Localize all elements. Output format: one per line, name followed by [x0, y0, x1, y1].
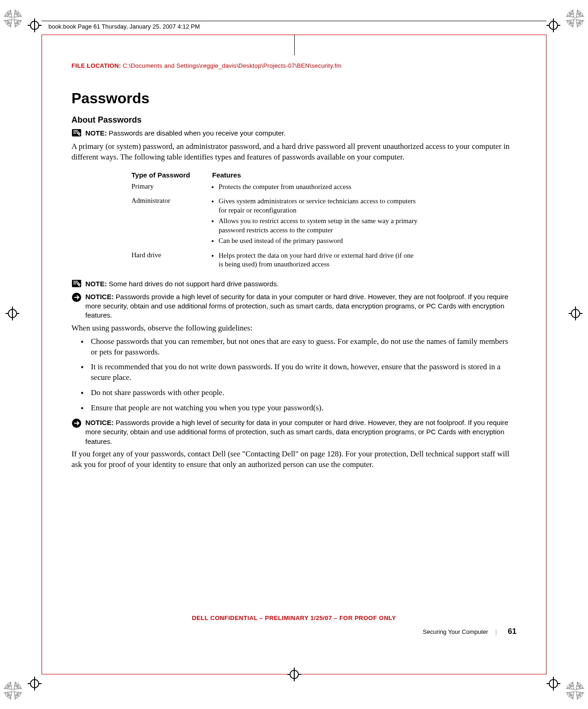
heading-2: About Passwords [71, 115, 517, 125]
password-features-cell: Helps protect the data on your hard driv… [212, 249, 420, 273]
note-icon [71, 279, 83, 290]
notice-icon [71, 418, 83, 430]
footer-confidential: DELL CONFIDENTIAL – PRELIMINARY 1/25/07 … [71, 614, 517, 621]
guideline-item: It is recommended that you do not write … [91, 362, 517, 383]
note-block: NOTE: Passwords are disabled when you re… [71, 129, 517, 139]
printer-mark-icon [4, 681, 22, 700]
body-paragraph: When using passwords, observe the follow… [71, 323, 517, 334]
feature-item: Gives system administrators or service t… [219, 197, 420, 215]
crop-mark-icon [569, 307, 582, 320]
printer-mark-icon [566, 681, 584, 700]
password-type-cell: Administrator [131, 195, 212, 249]
password-type-cell: Hard drive [131, 249, 212, 273]
footer-section-name: Securing Your Computer [423, 628, 488, 635]
crop-mark-icon [546, 677, 560, 691]
guideline-item: Do not share passwords with other people… [91, 388, 517, 398]
footer-page: Securing Your Computer | 61 [423, 627, 517, 636]
password-features-cell: Protects the computer from unauthorized … [212, 181, 420, 195]
guideline-item: Ensure that people are not watching you … [91, 403, 517, 414]
crop-mark-icon [28, 18, 42, 32]
note-text: NOTE: Passwords are disabled when you re… [85, 129, 285, 138]
center-mark-icon [287, 668, 301, 681]
feature-item: Helps protect the data on your hard driv… [219, 251, 420, 269]
col-header-type: Type of Password [131, 169, 212, 181]
footer-separator: | [495, 628, 497, 635]
notice-block: NOTICE: Passwords provide a high level o… [71, 418, 517, 446]
file-location-path: C:\Documents and Settings\reggie_davis\D… [123, 62, 341, 69]
file-location: FILE LOCATION: C:\Documents and Settings… [71, 62, 517, 69]
center-mark-icon [294, 35, 295, 55]
col-header-features: Features [212, 169, 420, 181]
table-header-row: Type of Password Features [131, 169, 420, 181]
heading-1: Passwords [71, 90, 517, 107]
body-paragraph: A primary (or system) password, an admin… [71, 142, 517, 163]
note-text: NOTE: Some hard drives do not support ha… [85, 279, 279, 289]
notice-block: NOTICE: Passwords provide a high level o… [71, 292, 517, 320]
guidelines-list: Choose passwords that you can remember, … [71, 337, 517, 414]
feature-item: Protects the computer from unauthorized … [219, 183, 420, 192]
feature-item: Allows you to restrict access to system … [219, 217, 420, 235]
crop-mark-icon [28, 677, 42, 691]
crop-mark-icon [546, 18, 560, 32]
table-row: AdministratorGives system administrators… [131, 195, 420, 249]
printer-mark-icon [4, 9, 22, 28]
header-rule [42, 21, 546, 21]
password-type-cell: Primary [131, 181, 212, 195]
feature-item: Can be used instead of the primary passw… [219, 236, 420, 246]
page-content: FILE LOCATION: C:\Documents and Settings… [71, 62, 517, 649]
page-header-text: book.book Page 61 Thursday, January 25, … [48, 23, 200, 30]
password-table: Type of Password Features PrimaryProtect… [131, 169, 420, 273]
table-row: PrimaryProtects the computer from unauth… [131, 181, 420, 195]
table-row: Hard driveHelps protect the data on your… [131, 249, 420, 273]
guideline-item: Choose passwords that you can remember, … [91, 337, 517, 358]
notice-text: NOTICE: Passwords provide a high level o… [85, 292, 517, 320]
password-features-cell: Gives system administrators or service t… [212, 195, 420, 249]
note-block: NOTE: Some hard drives do not support ha… [71, 279, 517, 290]
note-icon [71, 129, 83, 139]
footer-page-number: 61 [508, 627, 517, 636]
notice-icon [71, 292, 83, 304]
file-location-label: FILE LOCATION: [71, 62, 121, 69]
body-paragraph: If you forget any of your passwords, con… [71, 449, 517, 470]
notice-text: NOTICE: Passwords provide a high level o… [85, 418, 517, 446]
printer-mark-icon [566, 9, 584, 28]
crop-mark-icon [6, 307, 19, 320]
